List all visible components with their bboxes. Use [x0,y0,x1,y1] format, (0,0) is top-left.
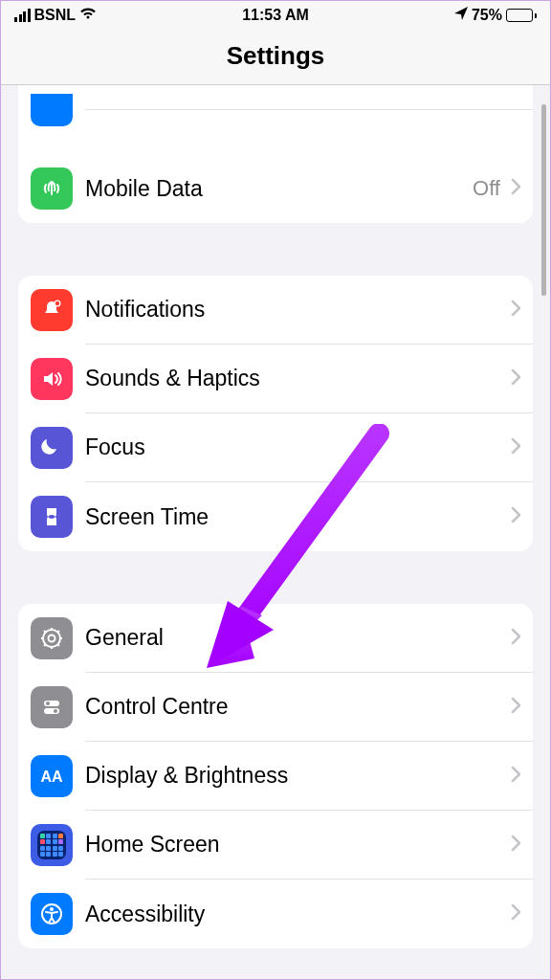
row-label: Control Centre [85,694,229,720]
battery-percent: 75% [472,7,502,24]
row-value: Off [473,176,500,201]
settings-row-home-screen[interactable]: Home Screen [18,811,533,880]
row-label: Focus [85,434,145,460]
chevron-right-icon [510,835,521,856]
mobile-data-icon [31,167,73,210]
signal-bars-icon [14,9,31,22]
svg-point-4 [49,635,55,642]
row-label: Sounds & Haptics [85,366,260,391]
focus-icon [31,427,73,469]
settings-row-control-centre[interactable]: Control Centre [18,673,533,742]
settings-row-screentime[interactable]: Screen Time [18,482,533,551]
svg-text:AA: AA [40,768,63,785]
general-icon [31,617,73,659]
chevron-right-icon [510,628,521,649]
sounds-icon [31,358,73,400]
chevron-right-icon [510,903,521,924]
row-label: Notifications [85,297,205,323]
svg-point-19 [50,907,54,911]
status-bar: BSNL 11:53 AM 75% [1,1,550,26]
status-right: 75% [454,7,537,24]
svg-point-14 [46,702,50,705]
location-icon [454,7,468,24]
control-centre-icon [31,686,73,728]
svg-line-12 [57,631,59,633]
settings-group-connectivity: Mobile Data Off [18,85,533,223]
screentime-icon [31,496,73,538]
svg-line-9 [44,631,46,633]
chevron-right-icon [510,368,521,390]
svg-point-16 [54,709,57,713]
status-time: 11:53 AM [242,7,309,24]
partial-row-top[interactable] [18,85,533,154]
svg-line-11 [44,644,46,646]
notifications-icon [31,289,73,331]
settings-row-mobile-data[interactable]: Mobile Data Off [18,154,533,223]
settings-row-general[interactable]: General [18,604,533,673]
row-label: Accessibility [85,902,205,927]
accessibility-icon [31,893,73,935]
svg-point-2 [55,301,59,305]
battery-icon [506,9,537,22]
row-label: Display & Brightness [85,763,288,789]
chevron-right-icon [510,506,521,527]
svg-point-0 [50,181,54,185]
row-label: Screen Time [85,504,209,530]
scrollbar-indicator[interactable] [541,104,546,296]
home-screen-icon [31,824,73,866]
nav-header: Settings [1,26,550,85]
chevron-right-icon [510,697,521,718]
chevron-right-icon [510,437,521,458]
carrier-label: BSNL [34,7,77,24]
settings-list[interactable]: Mobile Data Off Notifications [1,85,550,962]
display-icon: AA [31,755,73,797]
chevron-right-icon [510,178,521,199]
row-label: General [85,625,164,651]
partial-icon [31,94,73,126]
settings-row-focus[interactable]: Focus [18,413,533,482]
chevron-right-icon [510,300,521,321]
svg-line-10 [57,644,59,646]
row-label: Mobile Data [85,176,203,202]
settings-row-notifications[interactable]: Notifications [18,276,533,345]
page-title: Settings [1,41,550,71]
settings-row-display[interactable]: AA Display & Brightness [18,742,533,811]
settings-row-sounds[interactable]: Sounds & Haptics [18,345,533,413]
wifi-icon [79,7,97,24]
settings-group-general: General Control Centre AA Display [18,604,533,948]
settings-row-accessibility[interactable]: Accessibility [18,880,533,948]
status-left: BSNL [14,7,97,24]
row-label: Home Screen [85,832,220,858]
settings-group-alerts: Notifications Sounds & Haptics F [18,276,533,551]
chevron-right-icon [510,766,521,787]
